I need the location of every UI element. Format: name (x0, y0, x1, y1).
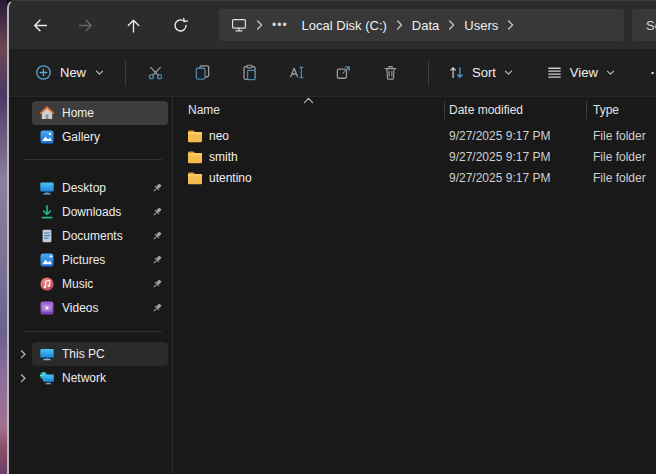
sidebar-item-desktop[interactable]: Desktop (32, 176, 168, 200)
sidebar-item-pictures[interactable]: Pictures (32, 248, 168, 272)
sidebar-item-label: Downloads (62, 205, 121, 219)
file-type-cell: File folder (586, 129, 656, 143)
breadcrumb-chevron-icon[interactable] (255, 19, 264, 31)
file-name: smith (209, 150, 238, 164)
sort-button-label: Sort (472, 65, 496, 80)
breadcrumb-chevron-icon[interactable] (395, 19, 404, 31)
navigation-pane: Home Gallery Desktop Downloads Documents (9, 97, 172, 474)
documents-icon (39, 228, 55, 244)
sort-button[interactable]: Sort (439, 57, 523, 88)
command-bar: New Sort View (9, 49, 656, 97)
chevron-down-icon (605, 67, 616, 78)
file-date-cell: 9/27/2025 9:17 PM (444, 129, 586, 143)
breadcrumb-item-users[interactable]: Users (464, 18, 498, 33)
network-icon (39, 370, 55, 386)
breadcrumb-item-local-disk[interactable]: Local Disk (C:) (302, 18, 387, 33)
rename-icon (288, 64, 305, 81)
rename-button[interactable] (277, 56, 315, 90)
cut-icon (147, 64, 164, 81)
sidebar-item-label: Gallery (62, 130, 100, 144)
expand-chevron-icon[interactable] (18, 349, 28, 359)
sidebar-item-label: Documents (62, 229, 123, 243)
table-row[interactable]: utentino 9/27/2025 9:17 PM File folder (173, 167, 656, 188)
file-date-cell: 9/27/2025 9:17 PM (444, 150, 586, 164)
forward-button[interactable] (66, 8, 106, 42)
expand-chevron-icon[interactable] (18, 373, 28, 383)
paste-button[interactable] (230, 56, 268, 90)
sidebar-item-network[interactable]: Network (32, 366, 168, 390)
share-icon (335, 64, 352, 81)
file-name-cell: smith (173, 150, 444, 164)
pin-icon (151, 206, 163, 218)
sidebar-item-label: Videos (62, 301, 98, 315)
breadcrumb-chevron-icon[interactable] (506, 19, 515, 31)
delete-button[interactable] (371, 56, 409, 90)
column-header-type[interactable]: Type (586, 103, 656, 117)
view-button[interactable]: View (537, 57, 625, 88)
file-name-cell: neo (173, 129, 444, 143)
pictures-icon (39, 252, 55, 268)
file-list: Name Date modified Type neo 9/27/2025 9:… (173, 97, 656, 474)
sidebar-item-home[interactable]: Home (32, 101, 168, 125)
pin-icon (151, 230, 163, 242)
column-divider[interactable] (444, 101, 445, 119)
sidebar-item-documents[interactable]: Documents (32, 224, 168, 248)
refresh-button[interactable] (160, 8, 200, 42)
refresh-icon (172, 17, 189, 34)
table-row[interactable]: neo 9/27/2025 9:17 PM File folder (173, 125, 656, 146)
breadcrumb-item-data[interactable]: Data (412, 18, 439, 33)
column-header-date-modified[interactable]: Date modified (444, 103, 586, 117)
breadcrumb-overflow-ellipsis[interactable]: ••• (272, 18, 288, 32)
search-input[interactable]: Search (632, 9, 656, 41)
desktop-wallpaper-edge (0, 0, 7, 474)
new-button-label: New (60, 65, 86, 80)
share-button[interactable] (324, 56, 362, 90)
toolbar-divider (125, 60, 126, 86)
more-options-button[interactable] (639, 56, 656, 90)
gallery-icon (39, 129, 55, 145)
address-bar[interactable]: ••• Local Disk (C:) Data Users (219, 9, 624, 41)
pin-icon (151, 302, 163, 314)
sidebar-item-label: Music (62, 277, 93, 291)
file-explorer-window: ••• Local Disk (C:) Data Users Search Ne… (7, 0, 656, 474)
sidebar-item-label: Network (62, 371, 106, 385)
folder-icon (187, 150, 203, 164)
up-arrow-icon (125, 17, 142, 34)
sidebar-item-this-pc[interactable]: This PC (32, 342, 168, 366)
folder-icon (187, 171, 203, 185)
search-placeholder: Search (646, 18, 656, 33)
column-divider[interactable] (586, 101, 587, 119)
table-row[interactable]: smith 9/27/2025 9:17 PM File folder (173, 146, 656, 167)
chevron-down-icon (503, 67, 514, 78)
sidebar-item-label: Pictures (62, 253, 105, 267)
videos-icon (39, 300, 55, 316)
back-button[interactable] (19, 8, 59, 42)
trash-icon (382, 64, 399, 81)
sidebar-item-music[interactable]: Music (32, 272, 168, 296)
folder-icon (187, 129, 203, 143)
file-type-cell: File folder (586, 171, 656, 185)
copy-icon (194, 64, 211, 81)
breadcrumb-chevron-icon[interactable] (447, 19, 456, 31)
copy-button[interactable] (183, 56, 221, 90)
sidebar-item-gallery[interactable]: Gallery (32, 125, 168, 149)
sidebar-item-videos[interactable]: Videos (32, 296, 168, 320)
column-header-name[interactable]: Name (173, 103, 444, 117)
view-button-label: View (570, 65, 598, 80)
file-date-cell: 9/27/2025 9:17 PM (444, 171, 586, 185)
forward-icon (78, 17, 95, 34)
sort-ascending-indicator-icon (303, 97, 314, 104)
pin-icon (151, 182, 163, 194)
view-icon (546, 64, 563, 81)
file-name-cell: utentino (173, 171, 444, 185)
more-ellipsis-icon (650, 65, 656, 81)
home-icon (39, 105, 55, 121)
sort-icon (448, 64, 465, 81)
up-button[interactable] (113, 8, 153, 42)
sidebar-item-downloads[interactable]: Downloads (32, 200, 168, 224)
sidebar-item-label: Home (62, 106, 94, 120)
cut-button[interactable] (136, 56, 174, 90)
new-button[interactable]: New (25, 57, 115, 88)
pin-icon (151, 254, 163, 266)
file-name: utentino (209, 171, 252, 185)
